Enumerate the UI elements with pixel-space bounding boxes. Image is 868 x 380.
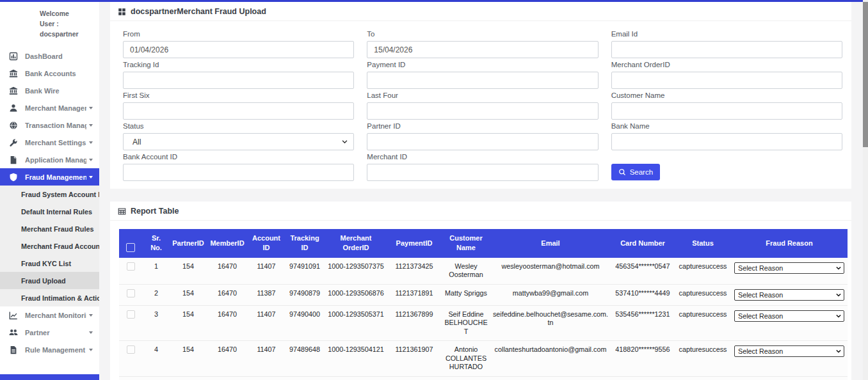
cell-fraud-reason: Select Reason <box>731 258 848 284</box>
sidebar-footer-bar <box>0 374 99 380</box>
search-button[interactable]: Search <box>611 164 660 180</box>
submenu-item[interactable]: Merchant Fraud Accounts <box>0 237 99 255</box>
cell-member-id: 16470 <box>206 305 248 340</box>
cell-sr-no: 1 <box>142 258 170 284</box>
filter-input[interactable] <box>123 72 354 89</box>
field-label: From <box>123 30 354 38</box>
submenu-item[interactable]: Fraud Upload <box>0 272 99 289</box>
field-label: Bank Account ID <box>123 153 354 161</box>
filter-input[interactable] <box>611 102 842 120</box>
cell-account-id: 11526 <box>248 376 284 380</box>
scrollbar-thumb[interactable] <box>863 2 868 147</box>
table-row: 1 154 16470 11407 97491091 1000-12935073… <box>119 258 848 284</box>
submenu-item[interactable]: Fraud Intimation & Action <box>0 289 99 306</box>
filter-input[interactable] <box>611 72 842 89</box>
column-header: Merchant OrderID <box>325 229 387 258</box>
column-header: PaymentID <box>387 229 442 258</box>
user-icon <box>9 104 18 113</box>
filter-input[interactable] <box>367 72 598 89</box>
cell-checkbox <box>119 284 142 305</box>
cell-customer-name: Wesley Oosterman <box>442 258 490 284</box>
report-table-body: 1 154 16470 11407 97491091 1000-12935073… <box>119 258 848 380</box>
cell-fraud-reason: Select Reason <box>731 284 848 305</box>
filter-input[interactable] <box>367 102 598 120</box>
filter-input[interactable] <box>123 164 354 181</box>
fraud-reason-select[interactable]: Select Reason <box>734 289 844 301</box>
filter-input[interactable] <box>123 102 354 120</box>
cell-sr-no: 2 <box>142 284 170 305</box>
cell-tracking-id: 97489648 <box>284 341 325 376</box>
filter-field: Partner ID <box>367 122 598 150</box>
cell-payment-id: 1121367899 <box>387 305 442 340</box>
table-icon <box>118 207 126 216</box>
cell-checkbox <box>119 305 142 340</box>
sidebar-item[interactable]: Transaction Management <box>0 116 99 134</box>
report-card-header: Report Table <box>110 202 851 221</box>
filter-input[interactable] <box>367 164 598 181</box>
row-checkbox[interactable] <box>127 310 135 319</box>
scrollbar[interactable] <box>863 0 868 380</box>
dashboard-chart-icon <box>9 52 18 61</box>
row-checkbox[interactable] <box>127 262 135 271</box>
filter-input[interactable] <box>367 41 598 58</box>
top-accent-bar <box>0 0 868 2</box>
sidebar-item[interactable]: Partner <box>0 324 99 341</box>
cell-account-id: 11407 <box>248 305 284 340</box>
fraud-reason-select[interactable]: Select Reason <box>734 262 844 274</box>
select-all-checkbox[interactable] <box>126 243 135 252</box>
cell-email: chinusahoo163@gmail.com <box>490 376 611 380</box>
sidebar-item[interactable]: Application Manager <box>0 151 99 168</box>
submenu-item[interactable]: Fraud System Account Master <box>0 186 99 203</box>
sidebar-item[interactable]: Merchant Monitoring <box>0 306 99 324</box>
field-label: Email Id <box>611 30 842 38</box>
fraud-reason-select[interactable]: Select Reason <box>734 345 844 357</box>
caret-down-icon <box>89 124 93 127</box>
shield-icon <box>9 173 18 182</box>
cell-payment-id: 1121371891 <box>387 284 442 305</box>
submenu-item[interactable]: Fraud KYC List <box>0 255 99 272</box>
filter-input[interactable] <box>123 41 354 58</box>
cell-customer-name: Matty Spriggs <box>442 284 490 305</box>
status-select[interactable]: All <box>123 133 354 150</box>
cell-checkbox <box>119 376 142 380</box>
report-table: Sr. No. PartnerID MemberID Account ID Tr… <box>119 229 848 380</box>
filter-form: From To Email Id <box>123 30 842 181</box>
sidebar-item[interactable]: Bank Accounts <box>0 65 99 82</box>
report-table-header-row: Sr. No. PartnerID MemberID Account ID Tr… <box>119 229 848 258</box>
cell-account-id: 11387 <box>248 284 284 305</box>
sidebar-item[interactable]: DashBoard <box>0 47 99 65</box>
cell-merchant-order-id: 1000-1293504121 <box>325 341 387 376</box>
cell-partner-id: 154 <box>170 305 206 340</box>
cell-email: collanteshurtadoantonio@gmail.com <box>490 341 611 376</box>
main-content: docspartnerMerchant Fraud Upload From To <box>110 0 868 380</box>
column-header: Email <box>490 229 611 258</box>
bank-icon <box>9 69 18 78</box>
submenu-item[interactable]: Default Internal Rules <box>0 203 99 220</box>
submenu-item[interactable]: Merchant Fraud Rules <box>0 220 99 237</box>
sidebar-items-bottom: Merchant Monitoring Partner Rule Managem… <box>0 306 99 358</box>
filter-field: Customer Name <box>611 91 842 120</box>
cell-card-number: 537410******4449 <box>611 284 675 305</box>
field-label: Partner ID <box>367 122 598 130</box>
fraud-reason-select[interactable]: Select Reason <box>734 310 844 322</box>
table-row: 5 154 16510 11526 97488593 539472-16510 … <box>119 376 848 380</box>
row-checkbox[interactable] <box>127 289 135 297</box>
cell-card-number: 435708******8342 <box>611 376 675 380</box>
sidebar-items-top: DashBoard Bank Accounts Bank Wire <box>0 47 99 186</box>
sidebar-item[interactable]: Rule Management <box>0 341 99 358</box>
cell-partner-id: 154 <box>170 284 206 305</box>
select-all-header-cell <box>119 229 142 258</box>
sidebar-item[interactable]: Merchant Management <box>0 99 99 116</box>
cell-fraud-reason: Select Reason <box>731 341 848 376</box>
field-label: Status <box>123 122 354 130</box>
filter-input[interactable] <box>611 41 842 58</box>
sidebar-item[interactable]: Bank Wire <box>0 82 99 99</box>
row-checkbox[interactable] <box>127 345 135 354</box>
filter-input[interactable] <box>367 133 598 150</box>
sidebar-item[interactable]: Merchant Settings <box>0 134 99 151</box>
cell-card-number: 535456******1231 <box>611 305 675 340</box>
fraud-management-submenu: Fraud System Account Master Default Inte… <box>0 186 99 306</box>
caret-down-icon <box>89 159 93 161</box>
sidebar-item[interactable]: Fraud Management <box>0 168 99 186</box>
filter-input[interactable] <box>611 133 842 150</box>
